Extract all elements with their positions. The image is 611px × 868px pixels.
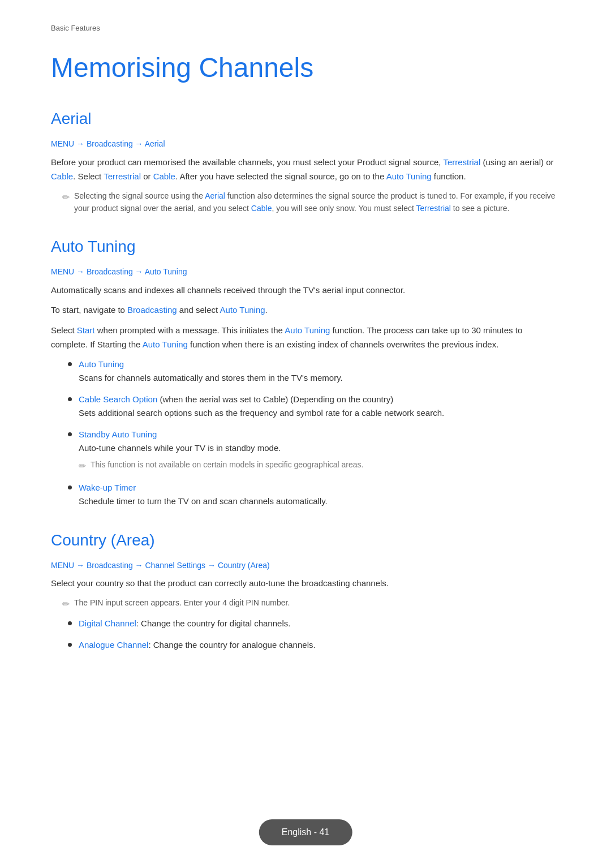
page-content: Basic Features Memorising Channels Aeria… — [0, 0, 611, 740]
bullet-analogue: Analogue Channel: Change the country for… — [68, 638, 560, 652]
auto-tuning-line1: Automatically scans and indexes all chan… — [51, 283, 560, 298]
link-terrestrial-note[interactable]: Terrestrial — [416, 204, 450, 213]
bullet-wakeup: Wake-up Timer Schedule timer to turn the… — [68, 481, 560, 508]
bullet-desc-auto-tuning: Scans for channels automatically and sto… — [79, 371, 560, 385]
bullet-dot-2 — [68, 397, 72, 401]
country-bullets: Digital Channel: Change the country for … — [68, 617, 560, 652]
link-start[interactable]: Start — [77, 325, 95, 335]
bullet-title-digital[interactable]: Digital Channel — [79, 618, 136, 628]
bullet-dot-3 — [68, 432, 72, 436]
bullet-content-3: Standby Auto Tuning Auto-tune channels w… — [79, 428, 560, 474]
bullet-desc-standby: Auto-tune channels while your TV is in s… — [79, 441, 560, 455]
bullet-content-4: Wake-up Timer Schedule timer to turn the… — [79, 481, 560, 508]
link-auto-tuning-1[interactable]: Auto Tuning — [386, 171, 432, 181]
bullet-desc-wakeup: Schedule timer to turn the TV on and sca… — [79, 495, 560, 508]
bullet-content-6: Analogue Channel: Change the country for… — [79, 638, 560, 652]
footer-text: English - 41 — [282, 827, 330, 837]
link-auto-tuning-4[interactable]: Auto Tuning — [143, 340, 188, 349]
country-line1: Select your country so that the product … — [51, 576, 560, 591]
aerial-body-text: Before your product can memorised the av… — [51, 155, 560, 184]
section-title-country: Country (Area) — [51, 528, 560, 553]
bullet-standby: Standby Auto Tuning Auto-tune channels w… — [68, 428, 560, 474]
bullet-digital-text: Digital Channel: Change the country for … — [79, 618, 290, 628]
aerial-note-text: Selecting the signal source using the Ae… — [74, 190, 560, 215]
bullet-title-analogue[interactable]: Analogue Channel — [79, 640, 148, 650]
bullet-cable-search: Cable Search Option (when the aerial was… — [68, 393, 560, 420]
bullet-dot-1 — [68, 362, 72, 366]
link-aerial-note[interactable]: Aerial — [205, 191, 225, 200]
footer-badge: English - 41 — [259, 819, 352, 845]
bullet-content-2: Cable Search Option (when the aerial was… — [79, 393, 560, 420]
country-note: ✏ The PIN input screen appears. Enter yo… — [62, 596, 560, 612]
bullet-title-auto-tuning[interactable]: Auto Tuning — [79, 359, 124, 369]
bullet-dot-6 — [68, 643, 72, 647]
menu-path-auto-tuning: MENU → Broadcasting → Auto Tuning — [51, 265, 560, 278]
bullet-digital: Digital Channel: Change the country for … — [68, 617, 560, 630]
auto-tuning-bullets: Auto Tuning Scans for channels automatic… — [68, 358, 560, 509]
section-title-auto-tuning: Auto Tuning — [51, 234, 560, 260]
note-icon-1: ✏ — [62, 190, 70, 205]
link-terrestrial-1[interactable]: Terrestrial — [443, 157, 480, 167]
bullet-auto-tuning: Auto Tuning Scans for channels automatic… — [68, 358, 560, 385]
menu-path-aerial: MENU → Broadcasting → Aerial — [51, 137, 560, 150]
country-note-text: The PIN input screen appears. Enter your… — [74, 596, 290, 609]
bullet-content-1: Auto Tuning Scans for channels automatic… — [79, 358, 560, 385]
section-aerial: Aerial MENU → Broadcasting → Aerial Befo… — [51, 106, 560, 214]
bullet-dot-5 — [68, 621, 72, 625]
bullet-desc-cable-search-suffix: (when the aerial was set to Cable) (Depe… — [157, 394, 393, 404]
section-country-area: Country (Area) MENU → Broadcasting → Cha… — [51, 528, 560, 652]
bullet-dot-4 — [68, 485, 72, 489]
standby-sub-note-text: This function is not available on certai… — [91, 458, 364, 471]
link-broadcasting-1[interactable]: Broadcasting — [127, 305, 177, 315]
menu-link-auto-tuning[interactable]: MENU → Broadcasting → Auto Tuning — [51, 267, 187, 276]
link-auto-tuning-3[interactable]: Auto Tuning — [285, 325, 330, 335]
menu-link-aerial[interactable]: MENU → Broadcasting → Aerial — [51, 139, 165, 148]
link-cable-1[interactable]: Cable — [51, 171, 73, 181]
bullet-content-5: Digital Channel: Change the country for … — [79, 617, 560, 630]
standby-sub-note: ✏ This function is not available on cert… — [79, 458, 560, 474]
note-icon-3: ✏ — [62, 597, 70, 612]
aerial-note: ✏ Selecting the signal source using the … — [62, 190, 560, 215]
bullet-title-standby[interactable]: Standby Auto Tuning — [79, 429, 157, 439]
menu-path-country: MENU → Broadcasting → Channel Settings →… — [51, 559, 560, 571]
bullet-title-wakeup[interactable]: Wake-up Timer — [79, 483, 136, 492]
page-title: Memorising Channels — [51, 51, 560, 84]
bullet-analogue-text: Analogue Channel: Change the country for… — [79, 640, 316, 650]
section-auto-tuning: Auto Tuning MENU → Broadcasting → Auto T… — [51, 234, 560, 508]
breadcrumb: Basic Features — [51, 23, 560, 35]
link-cable-note[interactable]: Cable — [251, 204, 272, 213]
auto-tuning-line2: To start, navigate to Broadcasting and s… — [51, 303, 560, 317]
section-title-aerial: Aerial — [51, 106, 560, 132]
bullet-desc-cable-search: Sets additional search options such as t… — [79, 406, 560, 420]
link-cable-2[interactable]: Cable — [153, 171, 175, 181]
link-terrestrial-2[interactable]: Terrestrial — [104, 171, 141, 181]
link-auto-tuning-2[interactable]: Auto Tuning — [220, 305, 265, 315]
auto-tuning-line3: Select Start when prompted with a messag… — [51, 323, 560, 352]
menu-link-country[interactable]: MENU → Broadcasting → Channel Settings →… — [51, 561, 270, 570]
bullet-title-cable-search[interactable]: Cable Search Option — [79, 394, 157, 404]
note-icon-2: ✏ — [79, 459, 86, 474]
